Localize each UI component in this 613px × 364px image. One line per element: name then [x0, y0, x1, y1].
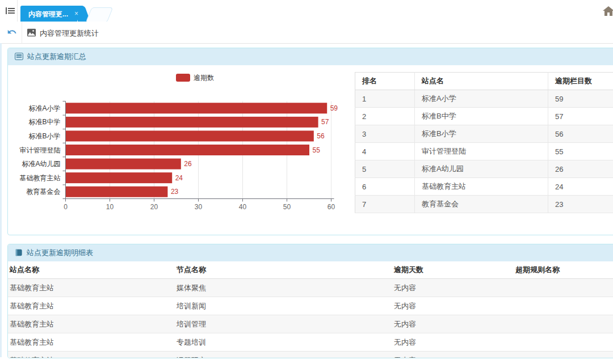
panel-detail-body: 站点名称节点名称逾期天数超期规则名称基础教育主站媒体聚焦无内容基础教育主站培训新… [8, 261, 613, 358]
panel-summary-header: 站点更新逾期汇总 [8, 48, 613, 65]
home-icon[interactable] [603, 6, 613, 18]
table-row: 1标准A小学59 [355, 90, 613, 108]
book-icon [15, 249, 23, 256]
table-cell: 专题培训 [175, 333, 392, 352]
panel-summary-body: 010203040506059标准A小学57标准B中学56标准B小学55审计管理… [8, 65, 613, 235]
category-label: 基础教育主站 [20, 174, 61, 182]
bar-value-label: 55 [313, 146, 321, 154]
table-cell: 24 [548, 178, 613, 196]
table-cell: 标准B小学 [415, 125, 548, 143]
table-cell: 培训新闻 [175, 297, 392, 315]
bar-value-label: 23 [171, 188, 179, 196]
bar-审计管理登陆[interactable] [66, 145, 309, 155]
table-cell: 2 [355, 108, 415, 125]
table-cell: 55 [548, 143, 613, 160]
table-cell: 5 [355, 160, 415, 178]
table-cell: 无内容 [392, 333, 514, 352]
table-cell: 媒体聚焦 [175, 279, 392, 297]
table-cell: 基础教育主站 [8, 297, 175, 315]
bar-标准B中学[interactable] [66, 117, 318, 128]
table-cell: 23 [548, 196, 613, 213]
table-cell: 6 [355, 178, 415, 196]
table-cell: 基础教育主站 [8, 279, 175, 297]
table-row: 3标准B小学56 [355, 125, 613, 143]
table-cell: 56 [548, 125, 613, 143]
panel-overdue-summary: 站点更新逾期汇总 010203040506059标准A小学57标准B中学56标准… [7, 48, 613, 235]
table-header-row: 排名站点名逾期栏目数 [355, 73, 613, 90]
table-cell: 57 [548, 108, 613, 125]
table-row: 基础教育主站培训管理无内容 [8, 315, 613, 333]
statistics-chart-icon [27, 28, 36, 39]
table-cell: 培训管理 [175, 315, 392, 333]
table-cell: 无内容 [392, 297, 514, 315]
panel-summary-title: 站点更新逾期汇总 [27, 52, 86, 61]
tab-content-management[interactable]: 内容管理更... × [20, 6, 77, 22]
column-header: 逾期栏目数 [548, 73, 613, 90]
table-cell: 基础教育主站 [8, 333, 175, 352]
x-tick-label: 0 [64, 203, 68, 211]
toolbar: 内容管理更新统计 [0, 22, 613, 44]
x-tick-label: 30 [195, 203, 203, 211]
column-header: 超期规则名称 [514, 261, 613, 279]
bar-基础教育主站[interactable] [66, 172, 172, 183]
legend-label[interactable]: 逾期数 [194, 74, 214, 82]
table-row: 基础教育主站专题培训无内容 [8, 333, 613, 352]
column-header: 站点名称 [8, 261, 175, 279]
table-row: 2标准B中学57 [355, 108, 613, 125]
overdue-rank-table: 排名站点名逾期栏目数1标准A小学592标准B中学573标准B小学564审计管理登… [355, 72, 613, 213]
table-cell: 无内容 [392, 315, 514, 333]
page-title: 内容管理更新统计 [40, 28, 99, 39]
x-tick-label: 60 [328, 203, 335, 211]
bar-标准A幼儿园[interactable] [66, 159, 181, 170]
x-tick-label: 40 [239, 203, 247, 211]
left-edge-strip [0, 43, 2, 357]
x-tick-label: 20 [150, 203, 158, 211]
table-cell: 标准A小学 [415, 90, 548, 108]
table-row: 基础教育主站培训新闻无内容 [8, 297, 613, 315]
top-tab-bar: 内容管理更... × [0, 0, 613, 22]
overdue-detail-table: 站点名称节点名称逾期天数超期规则名称基础教育主站媒体聚焦无内容基础教育主站培训新… [8, 261, 613, 358]
table-cell: 标准A幼儿园 [415, 160, 548, 178]
table-cell: 1 [355, 90, 415, 108]
column-header: 站点名 [415, 73, 548, 90]
category-label: 教育基金会 [27, 188, 61, 196]
table-cell [514, 315, 613, 333]
table-cell: 26 [548, 160, 613, 178]
list-alt-icon [15, 53, 23, 60]
table-cell: 标准B中学 [415, 108, 548, 125]
panel-overdue-detail: 站点更新逾期明细表 站点名称节点名称逾期天数超期规则名称基础教育主站媒体聚焦无内… [7, 244, 613, 358]
table-row: 6基础教育主站24 [355, 178, 613, 196]
collapse-menu-icon[interactable] [5, 6, 16, 15]
tab-close-icon[interactable]: × [74, 10, 78, 18]
bar-教育基金会[interactable] [66, 187, 167, 197]
table-row: 基础教育主站媒体聚焦无内容 [8, 279, 613, 297]
panel-detail-header: 站点更新逾期明细表 [8, 244, 613, 261]
x-tick-label: 50 [283, 203, 291, 211]
table-cell: 基础教育主站 [8, 352, 175, 359]
table-cell: 课题研究 [175, 352, 392, 359]
table-cell: 基础教育主站 [8, 315, 175, 333]
back-button[interactable] [7, 28, 17, 39]
category-label: 标准A幼儿园 [22, 160, 60, 168]
table-cell [514, 352, 613, 359]
category-label: 标准B中学 [28, 118, 60, 126]
overdue-bar-chart: 010203040506059标准A小学57标准B中学56标准B小学55审计管理… [8, 65, 355, 234]
legend-swatch[interactable] [176, 74, 190, 82]
x-tick-label: 10 [106, 203, 114, 211]
bar-标准A小学[interactable] [66, 103, 327, 113]
column-header: 排名 [355, 73, 415, 90]
table-cell: 59 [548, 90, 613, 108]
table-cell: 审计管理登陆 [415, 143, 548, 160]
table-cell: 教育基金会 [415, 196, 548, 213]
table-cell: 3 [355, 125, 415, 143]
bar-value-label: 56 [317, 132, 325, 140]
bar-value-label: 57 [321, 118, 329, 126]
category-label: 审计管理登陆 [20, 146, 61, 154]
topbar-divider [17, 0, 18, 22]
table-cell: 4 [355, 143, 415, 160]
ghost-tab-placeholder [86, 7, 114, 23]
bar-标准B小学[interactable] [66, 130, 314, 141]
column-header: 节点名称 [175, 261, 392, 279]
table-cell: 无内容 [392, 279, 514, 297]
bar-value-label: 26 [184, 160, 192, 168]
